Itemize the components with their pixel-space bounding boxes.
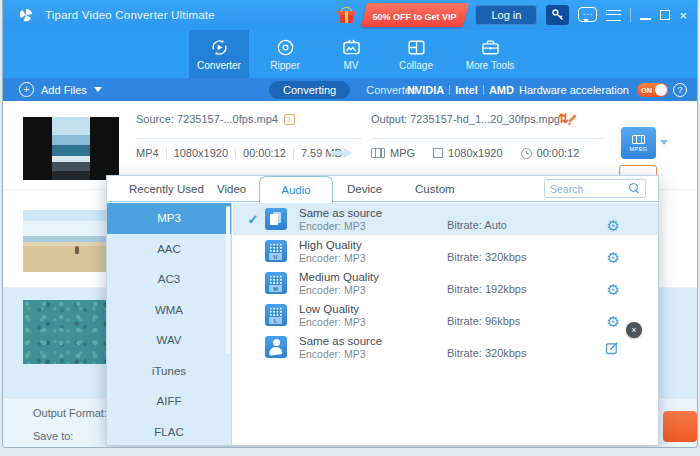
login-button[interactable]: Log in xyxy=(475,5,537,25)
hw-accel-toggle[interactable]: ON xyxy=(637,83,668,97)
profile-title: Medium Quality xyxy=(299,271,379,283)
format-item-itunes[interactable]: iTunes xyxy=(107,356,231,387)
search-input[interactable] xyxy=(550,183,626,195)
source-resolution: 1080x1920 xyxy=(174,147,228,159)
maximize-button[interactable] xyxy=(660,10,670,20)
vip-offer-badge[interactable]: 50% OFF to Get VIP xyxy=(361,3,469,27)
remove-profile-x-button[interactable]: × xyxy=(626,322,642,338)
output-filename: Output: 7235157-hd_1...20_30fps.mpg xyxy=(371,113,560,125)
titlebar-separator xyxy=(630,8,631,22)
profile-bitrate: Bitrate: Auto xyxy=(447,219,507,231)
settings-gear-icon[interactable]: ⚙ xyxy=(607,282,620,297)
settings-gear-icon[interactable]: ⚙ xyxy=(607,218,620,233)
register-key-icon[interactable] xyxy=(546,5,569,25)
format-item-wav[interactable]: WAV xyxy=(107,325,231,356)
output-format-label: Output Format: xyxy=(33,407,107,419)
profile-row-low-quality[interactable]: L Low Quality Encoder: MP3 Bitrate: 96kb… xyxy=(233,299,658,331)
format-item-aac[interactable]: AAC xyxy=(107,234,231,265)
profile-encoder: Encoder: MP3 xyxy=(299,284,379,296)
output-duration-text: 00:00:12 xyxy=(537,147,580,159)
film-icon xyxy=(371,148,385,158)
video-thumbnail-2 xyxy=(23,210,119,272)
nav-tab-label: Ripper xyxy=(270,60,299,71)
profile-row-custom-same-as-source[interactable]: Same as source Encoder: MP3 Bitrate: 320… xyxy=(233,331,658,363)
nav-tab-label: More Tools xyxy=(466,60,515,71)
nav-tab-mv[interactable]: MV xyxy=(321,30,381,78)
format-item-mp3[interactable]: MP3 xyxy=(107,203,231,234)
popup-tabbar: Recently Used Video Audio Device Custom xyxy=(107,176,658,202)
mv-icon xyxy=(341,37,362,58)
main-nav: Converter Ripper MV xyxy=(3,30,697,78)
toggle-knob xyxy=(655,84,667,96)
profile-bitrate: Bitrate: 96kbps xyxy=(447,315,520,327)
tab-device[interactable]: Device xyxy=(347,176,382,202)
add-files-button[interactable]: + Add Files xyxy=(19,82,102,97)
ripper-disc-icon xyxy=(275,37,296,58)
nav-tab-more-tools[interactable]: More Tools xyxy=(451,30,529,78)
edit-profile-icon[interactable] xyxy=(605,341,619,359)
vendor-intel: Intel xyxy=(455,84,478,96)
profile-bitrate: Bitrate: 320kbps xyxy=(447,347,527,359)
settings-gear-icon[interactable]: ⚙ xyxy=(607,314,620,329)
format-item-ac3[interactable]: AC3 xyxy=(107,264,231,295)
tab-converting[interactable]: Converting xyxy=(269,81,350,99)
tab-recently-used[interactable]: Recently Used xyxy=(129,176,204,202)
convert-all-button-partial[interactable] xyxy=(663,411,697,442)
tab-custom[interactable]: Custom xyxy=(415,176,455,202)
hardware-acceleration-group: NVIDIA Intel AMD Hardware acceleration O… xyxy=(407,78,687,101)
same-as-source-icon xyxy=(265,208,287,230)
info-icon[interactable]: i xyxy=(284,114,295,125)
close-button[interactable]: × xyxy=(679,9,687,22)
profile-title: High Quality xyxy=(299,239,366,251)
converter-icon xyxy=(209,37,230,58)
plus-icon: + xyxy=(19,82,34,97)
search-icon[interactable] xyxy=(629,183,640,194)
format-button-label: MPEG xyxy=(630,146,648,152)
format-dropdown-caret[interactable] xyxy=(660,140,668,149)
hamburger-menu-icon[interactable] xyxy=(606,10,621,21)
chevron-down-icon xyxy=(94,87,102,96)
feedback-chat-icon[interactable]: ... xyxy=(578,7,597,22)
check-icon: ✓ xyxy=(241,212,265,227)
profile-encoder: Encoder: MP3 xyxy=(299,220,382,232)
toggle-on-label: ON xyxy=(641,86,652,95)
output-format-button[interactable]: MPEG xyxy=(621,127,656,159)
format-item-flac[interactable]: FLAC xyxy=(107,417,231,448)
gift-icon[interactable] xyxy=(338,7,355,23)
nav-tab-converter[interactable]: Converter xyxy=(189,30,249,78)
nav-tab-ripper[interactable]: Ripper xyxy=(249,30,321,78)
custom-profile-user-icon xyxy=(265,336,287,358)
vendor-nvidia: NVIDIA xyxy=(407,84,444,96)
minimize-button[interactable] xyxy=(640,18,651,20)
medium-quality-icon: M xyxy=(265,272,287,294)
profile-bitrate: Bitrate: 192kbps xyxy=(447,283,527,295)
profile-title: Low Quality xyxy=(299,303,366,315)
nav-tab-collage[interactable]: Collage xyxy=(381,30,451,78)
help-icon[interactable]: ? xyxy=(673,83,687,97)
hw-accel-label: Hardware acceleration xyxy=(519,84,629,96)
reorder-arrows-icon[interactable]: ⇅ xyxy=(558,111,569,126)
profile-row-medium-quality[interactable]: M Medium Quality Encoder: MP3 Bitrate: 1… xyxy=(233,267,658,299)
tab-video[interactable]: Video xyxy=(217,176,246,202)
nav-tab-label: Converter xyxy=(197,60,241,71)
source-meta: MP4 1080x1920 00:00:12 7.59 MB xyxy=(136,147,342,159)
output-meta: MPG 1080x1920 00:00:12 xyxy=(371,147,621,159)
save-to-label: Save to: xyxy=(33,430,73,442)
tab-audio-active[interactable]: Audio xyxy=(259,176,333,203)
search-box xyxy=(544,179,646,198)
output-format-text: MPG xyxy=(390,147,415,159)
sidebar-scrollbar[interactable] xyxy=(226,206,230,354)
profile-row-same-as-source[interactable]: ✓ Same as source Encoder: MP3 Bitrate: A… xyxy=(233,203,658,235)
profile-encoder: Encoder: MP3 xyxy=(299,316,366,328)
format-item-aiff[interactable]: AIFF xyxy=(107,386,231,417)
nav-tab-label: MV xyxy=(344,60,359,71)
profile-row-high-quality[interactable]: H High Quality Encoder: MP3 Bitrate: 320… xyxy=(233,235,658,267)
format-item-wma[interactable]: WMA xyxy=(107,295,231,326)
titlebar: Tipard Video Converter Ultimate 50% OFF … xyxy=(3,0,697,30)
app-title: Tipard Video Converter Ultimate xyxy=(45,9,215,21)
add-files-label: Add Files xyxy=(41,84,87,96)
video-thumbnail-1 xyxy=(23,117,119,180)
collage-icon xyxy=(406,37,427,58)
settings-gear-icon[interactable]: ⚙ xyxy=(607,250,620,265)
convert-arrow-icon xyxy=(331,148,355,158)
